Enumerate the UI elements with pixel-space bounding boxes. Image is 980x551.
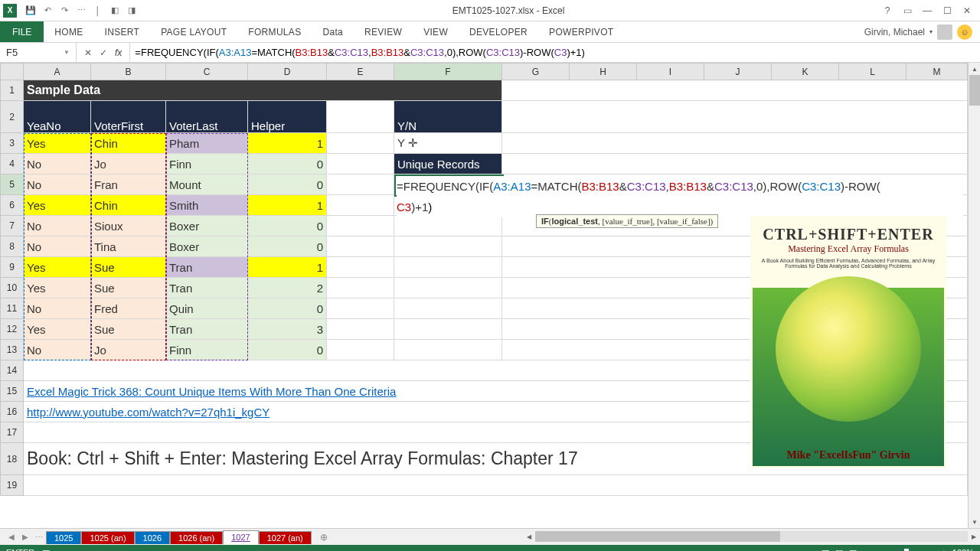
cell[interactable]: 0 — [248, 236, 327, 257]
help-icon[interactable]: ? — [879, 2, 896, 19]
cancel-icon[interactable]: ✕ — [84, 47, 92, 58]
cell[interactable]: Mount — [166, 174, 248, 195]
in-cell-formula[interactable]: =FREQUENCY(IF(A3:A13=MATCH(B3:B13&C3:C13… — [397, 176, 963, 217]
tab-powerpivot[interactable]: POWERPIVOT — [538, 21, 624, 42]
hscroll-thumb[interactable] — [535, 531, 780, 542]
vertical-scrollbar[interactable]: ▲ ▼ — [968, 63, 980, 528]
col-header[interactable]: M — [906, 64, 968, 80]
tab-home[interactable]: HOME — [44, 21, 93, 42]
cell[interactable]: Quin — [166, 298, 248, 319]
view-normal-icon[interactable]: ▦ — [822, 548, 829, 552]
sheet-nav-prev-icon[interactable]: ◀ — [5, 533, 18, 541]
cell[interactable]: Finn — [166, 340, 248, 360]
cell[interactable]: Yes — [24, 257, 91, 278]
qat-more-icon[interactable]: ⋯ — [75, 5, 87, 17]
cell[interactable]: Pham — [166, 133, 248, 154]
col-header[interactable]: H — [570, 64, 637, 80]
fx-icon[interactable]: fx — [115, 47, 122, 58]
cell[interactable]: Yes — [24, 319, 91, 340]
tab-formulas[interactable]: FORMULAS — [237, 21, 312, 42]
cell[interactable]: No — [24, 154, 91, 174]
cell[interactable]: Jo — [91, 154, 166, 174]
cell[interactable]: YeaNo — [24, 101, 91, 133]
row-header[interactable]: 5 — [1, 174, 24, 195]
cell[interactable]: Chin — [91, 133, 166, 154]
minimize-icon[interactable]: — — [919, 2, 936, 19]
undo-icon[interactable]: ↶ — [41, 5, 54, 17]
row-header[interactable]: 6 — [1, 195, 24, 216]
cell[interactable]: 1 — [248, 195, 327, 216]
cell[interactable]: 0 — [248, 216, 327, 236]
cell[interactable]: Tina — [91, 236, 166, 257]
row-header[interactable]: 3 — [1, 133, 24, 154]
redo-icon[interactable]: ↷ — [58, 5, 70, 17]
qat-custom-1-icon[interactable]: ◧ — [109, 5, 121, 17]
col-header[interactable]: E — [327, 64, 394, 80]
ribbon-options-icon[interactable]: ▭ — [899, 2, 916, 19]
col-header[interactable]: G — [502, 64, 570, 80]
tab-data[interactable]: Data — [312, 21, 354, 42]
account-user[interactable]: Girvin, Michael ▾ ☺ — [857, 21, 980, 42]
scroll-right-icon[interactable]: ▶ — [968, 529, 980, 545]
tab-insert[interactable]: INSERT — [94, 21, 151, 42]
cell[interactable]: 1 — [248, 133, 327, 154]
scroll-thumb[interactable] — [969, 75, 980, 106]
scroll-up-icon[interactable]: ▲ — [969, 63, 980, 75]
sheet-tab-active[interactable]: 1027 — [223, 530, 258, 545]
row-header[interactable]: 2 — [1, 101, 24, 133]
save-icon[interactable]: 💾 — [24, 5, 37, 17]
cell[interactable]: Sue — [91, 278, 166, 298]
cell[interactable]: No — [24, 174, 91, 195]
cell[interactable]: 3 — [248, 319, 327, 340]
row-header[interactable]: 13 — [1, 340, 24, 360]
cell[interactable]: Tran — [166, 278, 248, 298]
row-header[interactable]: 14 — [1, 360, 24, 381]
cell[interactable]: Yes — [24, 278, 91, 298]
file-tab[interactable]: FILE — [0, 21, 44, 42]
row-header[interactable]: 4 — [1, 154, 24, 174]
worksheet[interactable]: A B C D E F G H I J K L M 1 Sample Data … — [0, 63, 980, 528]
cell[interactable]: 1 — [248, 257, 327, 278]
scroll-left-icon[interactable]: ◀ — [523, 529, 535, 545]
row-header[interactable]: 16 — [1, 402, 24, 422]
cell[interactable]: Sioux — [91, 216, 166, 236]
zoom-level[interactable]: 100% — [952, 548, 974, 551]
sheet-tab[interactable]: 1025 (an) — [81, 531, 134, 544]
col-header[interactable]: F — [394, 64, 502, 80]
col-header[interactable]: I — [637, 64, 704, 80]
cell[interactable]: Tran — [166, 257, 248, 278]
cell[interactable]: Y ✛ — [394, 133, 502, 154]
cell[interactable]: Sue — [91, 319, 166, 340]
name-box[interactable]: F5 ▼ — [0, 43, 77, 62]
maximize-icon[interactable]: ☐ — [939, 2, 956, 19]
row-header[interactable]: 18 — [1, 443, 24, 475]
cell[interactable]: 2 — [248, 278, 327, 298]
cell[interactable]: Boxer — [166, 236, 248, 257]
cell[interactable]: VoterFirst — [91, 101, 166, 133]
col-header[interactable]: B — [91, 64, 166, 80]
cell[interactable]: Sue — [91, 257, 166, 278]
macro-record-icon[interactable]: ▦ — [42, 548, 50, 552]
tab-review[interactable]: REVIEW — [354, 21, 413, 42]
feedback-icon[interactable]: ☺ — [957, 24, 972, 40]
new-sheet-icon[interactable]: ⊕ — [316, 532, 332, 543]
row-header[interactable]: 11 — [1, 298, 24, 319]
zoom-out-icon[interactable]: − — [863, 548, 867, 551]
row-header[interactable]: 1 — [1, 80, 24, 101]
col-header[interactable]: A — [24, 64, 91, 80]
zoom-in-icon[interactable]: + — [941, 548, 946, 551]
select-all-corner[interactable] — [1, 64, 24, 80]
row-header[interactable]: 19 — [1, 475, 24, 496]
close-icon[interactable]: ✕ — [959, 2, 975, 19]
cell[interactable]: No — [24, 298, 91, 319]
sheet-nav-more-icon[interactable]: ⋯ — [32, 533, 46, 541]
cell[interactable]: Finn — [166, 154, 248, 174]
col-header[interactable]: C — [166, 64, 248, 80]
row-header[interactable]: 12 — [1, 319, 24, 340]
cell[interactable]: 0 — [248, 298, 327, 319]
cell[interactable]: Yes — [24, 133, 91, 154]
tab-view[interactable]: VIEW — [413, 21, 459, 42]
cell[interactable]: Yes — [24, 195, 91, 216]
sheet-tab[interactable]: 1027 (an) — [259, 531, 312, 544]
col-header[interactable]: J — [704, 64, 772, 80]
